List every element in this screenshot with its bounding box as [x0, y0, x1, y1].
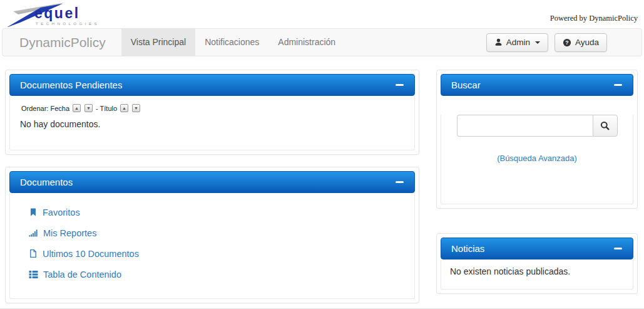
panel-documentos-pendientes: Documentos Pendientes Ordenar: Fecha ▲ ▼… [5, 70, 419, 155]
sort-titulo-asc-button[interactable]: ▲ [120, 104, 128, 112]
panel-noticias: Noticias No existen noticias publicadas. [436, 233, 638, 294]
link-label: Ultimos 10 Documentos [43, 249, 139, 259]
zequel-logo-icon: equel TECHNOLOGIES [5, 2, 113, 27]
link-label: Tabla de Contenido [43, 270, 121, 280]
collapse-button[interactable] [394, 177, 404, 187]
panel-buscar: Buscar (Búsqueda Avanzada) [436, 70, 638, 209]
sort-fecha-asc-button[interactable]: ▲ [73, 104, 81, 112]
minus-icon [396, 84, 404, 86]
navbar-spacer [345, 29, 486, 56]
tab-vista-principal[interactable]: Vista Principal [121, 29, 195, 56]
list-icon [29, 270, 38, 279]
link-ultimos-documentos[interactable]: Ultimos 10 Documentos [10, 243, 414, 264]
top-strip: equel TECHNOLOGIES Powered by DynamicPol… [0, 0, 644, 28]
news-empty-message: No existen noticias publicadas. [450, 266, 570, 276]
search-input[interactable] [457, 115, 593, 137]
admin-dropdown-button[interactable]: Admin [486, 33, 548, 52]
minus-icon [614, 84, 622, 86]
help-button-label: Ayuda [575, 38, 599, 47]
link-mis-reportes[interactable]: Mis Reportes [10, 223, 414, 243]
powered-by-text: Powered by DynamicPolicy [550, 5, 638, 23]
panel-header-buscar: Buscar [441, 74, 633, 96]
panel-title: Documentos [20, 177, 73, 187]
panel-title: Documentos Pendientes [20, 80, 122, 90]
panel-header-documentos: Documentos [9, 171, 415, 193]
tab-notificaciones[interactable]: Notificaciones [195, 29, 268, 56]
collapse-button[interactable] [394, 80, 404, 90]
navbar-buttons: Admin ? Ayuda [486, 29, 641, 56]
panel-body-noticias: No existen noticias publicadas. [441, 259, 633, 290]
advanced-search-link[interactable]: (Búsqueda Avanzada) [441, 154, 633, 163]
help-button[interactable]: ? Ayuda [555, 33, 607, 52]
panel-header-documentos-pendientes: Documentos Pendientes [9, 74, 415, 96]
right-column: Buscar (Búsqueda Avanzada) Noticias [436, 70, 638, 294]
pending-empty-message: No hay documentos. [10, 112, 414, 140]
question-icon: ? [563, 38, 571, 47]
link-tabla-contenido[interactable]: Tabla de Contenido [10, 264, 414, 285]
minus-icon [396, 181, 404, 184]
page: equel TECHNOLOGIES Powered by DynamicPol… [0, 0, 644, 309]
main-content: Documentos Pendientes Ordenar: Fecha ▲ ▼… [0, 56, 644, 303]
bar-chart-icon [29, 228, 38, 238]
collapse-button[interactable] [613, 244, 623, 254]
user-icon [494, 38, 503, 46]
panel-title: Noticias [451, 243, 484, 254]
search-icon [600, 121, 610, 131]
sort-fecha-desc-button[interactable]: ▼ [84, 104, 93, 112]
link-label: Mis Reportes [43, 228, 96, 238]
panel-documentos: Documentos Favoritos Mis Reportes Ultimo… [5, 167, 419, 303]
sort-label-fecha: Ordenar: Fecha [21, 105, 69, 112]
panel-body-documentos-pendientes: Ordenar: Fecha ▲ ▼ - Título ▲ ▼ No hay d… [9, 96, 415, 150]
minus-icon [614, 248, 622, 250]
sort-controls-row: Ordenar: Fecha ▲ ▼ - Título ▲ ▼ [10, 96, 414, 112]
bookmark-icon [29, 207, 38, 217]
search-input-group [457, 115, 618, 137]
collapse-button[interactable] [613, 80, 623, 90]
panel-body-documentos: Favoritos Mis Reportes Ultimos 10 Docume… [9, 193, 415, 299]
admin-button-label: Admin [506, 38, 530, 47]
navbar: DynamicPolicy Vista Principal Notificaci… [2, 28, 642, 56]
navbar-brand[interactable]: DynamicPolicy [3, 29, 121, 56]
file-icon [29, 249, 38, 258]
sort-label-titulo: - Título [96, 105, 117, 112]
left-column: Documentos Pendientes Ordenar: Fecha ▲ ▼… [5, 70, 419, 303]
panel-header-noticias: Noticias [441, 238, 633, 259]
svg-text:?: ? [565, 39, 568, 46]
link-label: Favoritos [43, 207, 80, 217]
zequel-logo: equel TECHNOLOGIES [5, 2, 113, 27]
svg-text:equel: equel [34, 5, 80, 21]
sort-titulo-desc-button[interactable]: ▼ [132, 104, 140, 112]
panel-title: Buscar [451, 80, 481, 90]
panel-body-buscar: (Búsqueda Avanzada) [441, 115, 633, 204]
svg-text:TECHNOLOGIES: TECHNOLOGIES [36, 21, 100, 26]
caret-down-icon [535, 41, 540, 44]
tab-administracion[interactable]: Administración [268, 29, 345, 56]
link-favoritos[interactable]: Favoritos [10, 202, 414, 223]
search-button[interactable] [593, 115, 618, 137]
